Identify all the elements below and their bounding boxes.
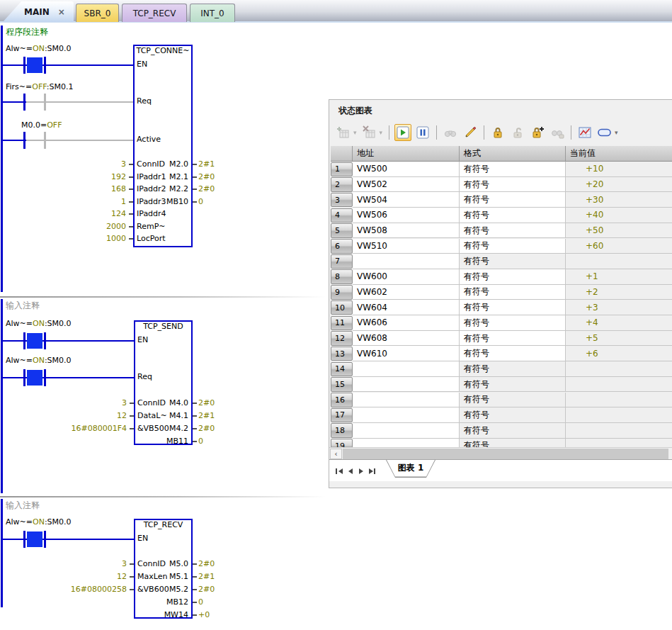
dropdown-caret-icon[interactable]: ▾ — [353, 129, 357, 136]
contact-closed-energized[interactable] — [27, 333, 42, 349]
format-cell[interactable]: 有符号 — [460, 192, 566, 208]
value-cell[interactable]: +40 — [566, 208, 672, 223]
row-number-button[interactable]: 9 — [331, 285, 353, 300]
contact-bar-right[interactable] — [44, 94, 46, 111]
value-cell[interactable]: +30 — [566, 192, 672, 208]
value-cell[interactable]: +10 — [566, 162, 672, 177]
first-sheet-icon[interactable] — [335, 465, 344, 473]
contact-bar-right[interactable] — [44, 132, 46, 149]
value-cell[interactable] — [566, 423, 672, 439]
row-number-button[interactable]: 11 — [331, 316, 353, 331]
contact-bar-left[interactable] — [23, 57, 25, 74]
value-cell[interactable] — [566, 439, 672, 447]
last-sheet-icon[interactable] — [367, 465, 376, 473]
force-icon[interactable] — [489, 124, 506, 141]
format-cell[interactable]: 有符号 — [460, 361, 566, 377]
row-number-button[interactable]: 3 — [331, 193, 353, 208]
status-on-icon[interactable] — [394, 124, 411, 141]
value-cell[interactable]: +4 — [566, 315, 672, 331]
address-cell[interactable] — [353, 361, 460, 377]
tab-int0[interactable]: INT_0 — [190, 4, 235, 22]
address-cell[interactable]: VW604 — [353, 300, 460, 315]
format-cell[interactable]: 有符号 — [460, 423, 566, 439]
contact-bar-left[interactable] — [23, 132, 25, 149]
tab-sbr0[interactable]: SBR_0 — [76, 4, 119, 22]
contact-bar-right[interactable] — [44, 57, 46, 74]
format-cell[interactable]: 有符号 — [460, 254, 566, 269]
row-number-button[interactable]: 4 — [331, 208, 353, 223]
value-cell[interactable]: +60 — [566, 239, 672, 254]
address-cell[interactable]: VW506 — [353, 208, 460, 223]
row-number-button[interactable]: 2 — [331, 177, 353, 192]
format-cell[interactable]: 有符号 — [460, 269, 566, 285]
format-cell[interactable]: 有符号 — [460, 346, 566, 361]
contact-closed-energized[interactable] — [27, 531, 42, 547]
value-cell[interactable] — [566, 407, 672, 423]
address-cell[interactable]: VW500 — [353, 162, 460, 177]
row-number-button[interactable]: 14 — [331, 362, 353, 377]
address-cell[interactable]: VW608 — [353, 331, 460, 347]
format-cell[interactable]: 有符号 — [460, 208, 566, 223]
contact-closed-energized[interactable] — [27, 370, 42, 386]
value-cell[interactable]: +50 — [566, 223, 672, 239]
contact-bar-right[interactable] — [44, 531, 46, 548]
close-icon[interactable]: × — [58, 7, 65, 17]
value-cell[interactable]: +6 — [566, 346, 672, 361]
contact-bar-right[interactable] — [44, 369, 46, 386]
format-cell[interactable]: 有符号 — [460, 239, 566, 254]
value-cell[interactable]: +3 — [566, 300, 672, 315]
row-number-button[interactable]: 5 — [331, 223, 353, 238]
format-cell[interactable]: 有符号 — [460, 315, 566, 331]
value-cell[interactable]: +20 — [566, 177, 672, 193]
format-cell[interactable]: 有符号 — [460, 407, 566, 423]
address-cell[interactable]: VW610 — [353, 346, 460, 361]
value-cell[interactable] — [566, 361, 672, 377]
format-cell[interactable]: 有符号 — [460, 439, 566, 447]
next-sheet-icon[interactable] — [356, 465, 365, 473]
address-cell[interactable]: VW504 — [353, 192, 460, 208]
contact-bar-right[interactable] — [44, 332, 46, 349]
address-cell[interactable]: VW606 — [353, 315, 460, 331]
contact-bar-left[interactable] — [23, 369, 25, 386]
value-cell[interactable]: +1 — [566, 269, 672, 285]
address-cell[interactable] — [353, 254, 460, 269]
address-cell[interactable] — [353, 377, 460, 393]
value-cell[interactable] — [566, 393, 672, 408]
format-cell[interactable]: 有符号 — [460, 300, 566, 315]
row-number-button[interactable]: 10 — [331, 300, 353, 315]
row-number-button[interactable]: 16 — [331, 393, 353, 407]
scrollbar-thumb[interactable] — [343, 449, 668, 459]
row-number-button[interactable]: 17 — [331, 408, 353, 423]
address-cell[interactable] — [353, 423, 460, 439]
address-cell[interactable]: VW600 — [353, 269, 460, 285]
row-number-button[interactable]: 18 — [331, 423, 353, 438]
contact-closed-energized[interactable] — [27, 57, 42, 73]
dropdown-caret-icon[interactable]: ▾ — [380, 129, 383, 136]
tab-main[interactable]: MAIN × — [3, 1, 74, 22]
address-cell[interactable]: VW502 — [353, 177, 460, 193]
format-cell[interactable]: 有符号 — [460, 162, 566, 177]
dropdown-caret-icon[interactable]: ▾ — [615, 129, 618, 136]
format-cell[interactable]: 有符号 — [460, 393, 566, 408]
read-values-icon[interactable] — [442, 124, 459, 141]
row-number-button[interactable]: 12 — [331, 331, 353, 346]
contact-bar-left[interactable] — [23, 531, 25, 548]
trend-view-icon[interactable] — [576, 124, 593, 141]
scroll-left-button[interactable]: ‹ — [330, 449, 342, 459]
row-number-button[interactable]: 13 — [331, 347, 353, 361]
value-cell[interactable]: +5 — [566, 331, 672, 347]
add-chart-icon[interactable] — [335, 124, 352, 141]
sheet-tab-chart1[interactable]: 图表 1 — [386, 460, 435, 478]
row-number-button[interactable]: 19 — [331, 439, 353, 447]
contact-bar-left[interactable] — [23, 94, 25, 111]
force-all-icon[interactable] — [529, 124, 546, 141]
format-cell[interactable]: 有符号 — [460, 223, 566, 239]
write-values-icon[interactable] — [462, 124, 479, 141]
status-pause-icon[interactable] — [414, 124, 431, 141]
contact-bar-left[interactable] — [23, 332, 25, 349]
row-number-button[interactable]: 8 — [331, 269, 353, 284]
bookmark-icon[interactable] — [596, 124, 613, 141]
tab-tcp-recv[interactable]: TCP_RECV — [122, 4, 187, 22]
delete-chart-icon[interactable] — [361, 124, 378, 141]
row-number-button[interactable]: 6 — [331, 239, 353, 254]
